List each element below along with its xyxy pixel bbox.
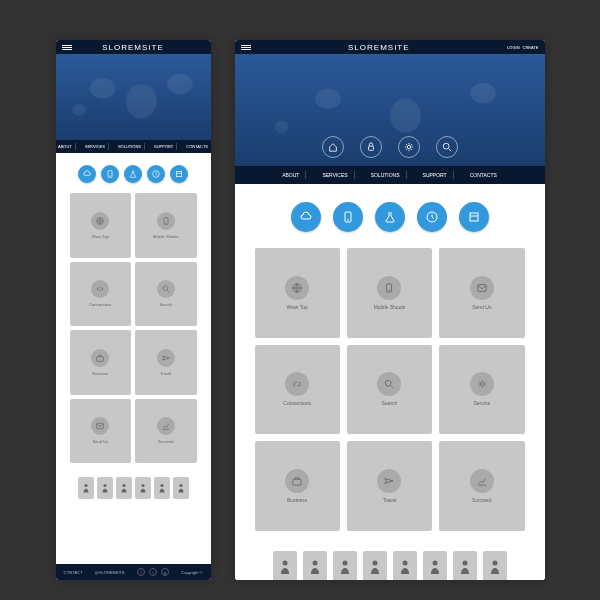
feature-flask-icon[interactable]: [124, 165, 142, 183]
feature-cloud-icon[interactable]: [291, 202, 321, 232]
nav-item-contacts[interactable]: CONTACTS: [183, 143, 210, 150]
nav-item-about[interactable]: ABOUT: [276, 171, 306, 179]
feature-cloud-icon[interactable]: [78, 165, 96, 183]
feature-clock-icon[interactable]: [417, 202, 447, 232]
gear-icon[interactable]: [398, 136, 420, 158]
footer-contact[interactable]: CONTACT: [64, 570, 83, 575]
desktop-mockup: SLOREMSITE LOGIN CREATE ABOUTSERVICESSOL…: [235, 40, 545, 580]
brand-logo[interactable]: SLOREMSITE: [348, 43, 410, 52]
team-avatar[interactable]: [303, 551, 327, 580]
login-link[interactable]: LOGIN: [507, 45, 519, 50]
team-avatar[interactable]: [135, 477, 151, 499]
menu-icon[interactable]: [241, 45, 251, 50]
svg-point-19: [443, 143, 449, 149]
tile-label: Succeed: [158, 439, 174, 444]
phone-icon: [157, 212, 175, 230]
nav-item-support[interactable]: SUPPORT: [151, 143, 177, 150]
social-icon[interactable]: g: [161, 568, 169, 576]
tile-globe[interactable]: Www Top: [70, 193, 132, 258]
svg-point-29: [386, 381, 392, 387]
svg-point-15: [160, 484, 163, 487]
tile-link[interactable]: Connections: [255, 345, 340, 435]
menu-icon[interactable]: [62, 45, 72, 50]
gear-icon: [470, 372, 494, 396]
svg-point-16: [179, 484, 182, 487]
tile-briefcase[interactable]: Business: [70, 330, 132, 395]
nav-item-solutions[interactable]: SOLUTIONS: [115, 143, 145, 150]
tile-plane[interactable]: Travel: [347, 441, 432, 531]
mobile-mockup: SLOREMSITE ABOUTSERVICESSOLUTIONSSUPPORT…: [56, 40, 211, 580]
tile-chart[interactable]: Succeed: [439, 441, 524, 531]
home-icon[interactable]: [322, 136, 344, 158]
tile-mail[interactable]: Send Us: [70, 399, 132, 464]
tile-label: Www Top: [287, 304, 308, 310]
mail-icon: [91, 417, 109, 435]
plane-icon: [157, 349, 175, 367]
globe-icon: [285, 276, 309, 300]
brand-logo[interactable]: SLOREMSITE: [102, 43, 164, 52]
svg-rect-10: [97, 424, 104, 429]
nav-item-solutions[interactable]: SOLUTIONS: [365, 171, 407, 179]
content-body: Www TopMobile ShootsSend UsConnectionsSe…: [235, 184, 545, 580]
briefcase-icon: [91, 349, 109, 367]
tile-briefcase[interactable]: Business: [255, 441, 340, 531]
social-icon[interactable]: f: [137, 568, 145, 576]
tile-label: Search: [382, 400, 398, 406]
svg-point-35: [342, 560, 347, 565]
briefcase-icon: [285, 469, 309, 493]
svg-point-33: [282, 560, 287, 565]
nav-item-services[interactable]: SERVICES: [82, 143, 109, 150]
search-icon: [157, 280, 175, 298]
create-link[interactable]: CREATE: [523, 45, 539, 50]
team-avatar[interactable]: [154, 477, 170, 499]
svg-point-38: [432, 560, 437, 565]
svg-line-30: [391, 386, 394, 389]
tile-label: Connections: [89, 302, 111, 307]
team-avatar[interactable]: [393, 551, 417, 580]
team-avatar[interactable]: [116, 477, 132, 499]
team-avatar[interactable]: [78, 477, 94, 499]
tile-label: Connections: [283, 400, 311, 406]
svg-point-39: [462, 560, 467, 565]
feature-box-icon[interactable]: [459, 202, 489, 232]
tile-label: Send Us: [472, 304, 491, 310]
feature-flask-icon[interactable]: [375, 202, 405, 232]
nav-item-contacts[interactable]: CONTACTS: [464, 171, 503, 179]
social-icon[interactable]: t: [149, 568, 157, 576]
tile-globe[interactable]: Www Top: [255, 248, 340, 338]
team-avatar[interactable]: [453, 551, 477, 580]
nav-item-services[interactable]: SERVICES: [316, 171, 354, 179]
feature-clock-icon[interactable]: [147, 165, 165, 183]
team-avatar[interactable]: [363, 551, 387, 580]
social-icons: f t g: [137, 568, 169, 576]
tile-label: Travel: [160, 371, 171, 376]
tile-plane[interactable]: Travel: [135, 330, 197, 395]
feature-phone-icon[interactable]: [101, 165, 119, 183]
tile-link[interactable]: Connections: [70, 262, 132, 327]
tile-search[interactable]: Search: [135, 262, 197, 327]
tile-phone[interactable]: Mobile Shoots: [347, 248, 432, 338]
tile-label: Www Top: [92, 234, 109, 239]
team-avatar[interactable]: [333, 551, 357, 580]
tile-chart[interactable]: Succeed: [135, 399, 197, 464]
tile-mail[interactable]: Send Us: [439, 248, 524, 338]
hero-banner: [56, 54, 211, 140]
team-avatar[interactable]: [483, 551, 507, 580]
tile-gear[interactable]: Service: [439, 345, 524, 435]
nav-item-support[interactable]: SUPPORT: [417, 171, 454, 179]
nav-item-about[interactable]: ABOUT: [56, 143, 76, 150]
team-avatar[interactable]: [273, 551, 297, 580]
team-avatar[interactable]: [173, 477, 189, 499]
topbar: SLOREMSITE: [56, 40, 211, 54]
feature-box-icon[interactable]: [170, 165, 188, 183]
main-nav: ABOUTSERVICESSOLUTIONSSUPPORTCONTACTS: [56, 140, 211, 153]
tile-search[interactable]: Search: [347, 345, 432, 435]
search-icon[interactable]: [436, 136, 458, 158]
lock-icon[interactable]: [360, 136, 382, 158]
team-avatar[interactable]: [97, 477, 113, 499]
chart-icon: [470, 469, 494, 493]
team-avatar[interactable]: [423, 551, 447, 580]
feature-phone-icon[interactable]: [333, 202, 363, 232]
footer-email[interactable]: @SLOREMSITE: [95, 570, 125, 575]
tile-phone[interactable]: Mobile Shoots: [135, 193, 197, 258]
